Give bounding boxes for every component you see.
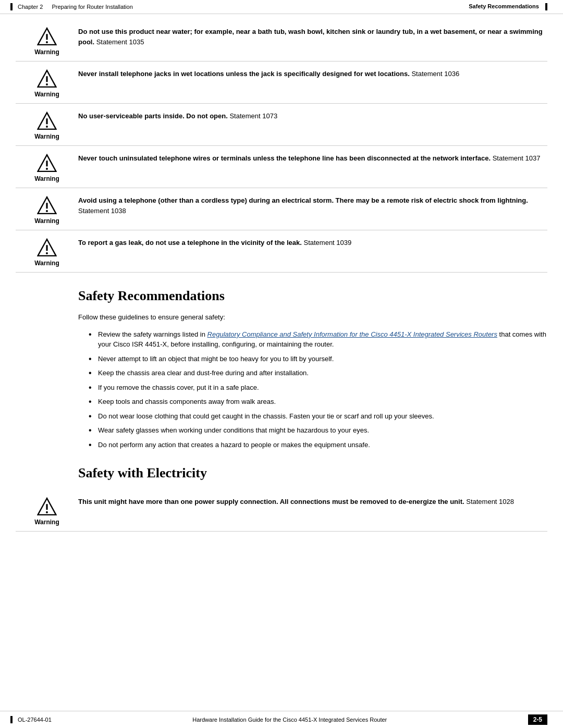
warning-text-1028: This unit might have more than one power… [78, 496, 547, 507]
list-item-glasses: Wear safety glasses when working under c… [89, 425, 547, 436]
warning-icon-1035 [37, 27, 57, 46]
page-wrapper: Chapter 2 Preparing for Router Installat… [0, 0, 563, 728]
warning-label-1028: Warning [34, 519, 59, 526]
warning-text-1038: Avoid using a telephone (other than a co… [78, 194, 547, 216]
warning-row-1035: Warning Do not use this product near wat… [16, 19, 547, 61]
warning-text-1039: To report a gas leak, do not use a telep… [78, 237, 547, 248]
warning-icon-1038 [37, 195, 57, 215]
warning-label-1073: Warning [34, 133, 59, 140]
list-item-lift: Never attempt to lift an object that mig… [89, 354, 547, 364]
svg-rect-13 [46, 203, 47, 208]
list-item-hazard: Do not perform any action that creates a… [89, 440, 547, 450]
warning-label-1037: Warning [34, 175, 59, 182]
header-left: Chapter 2 Preparing for Router Installat… [10, 3, 133, 10]
footer-doc-title: Hardware Installation Guide for the Cisc… [192, 717, 387, 723]
warning-left-1036: Warning [16, 68, 78, 98]
svg-rect-10 [46, 161, 47, 166]
warning-row-1073: Warning No user-serviceable parts inside… [16, 104, 547, 146]
warning-row-1039: Warning To report a gas leak, do not use… [16, 230, 547, 273]
warning-icon-1028 [37, 497, 57, 516]
warning-text-1037: Never touch uninsulated telephone wires … [78, 152, 547, 164]
list-item-chassis-cover: If you remove the chassis cover, put it … [89, 382, 547, 393]
list-item-clothing: Do not wear loose clothing that could ge… [89, 411, 547, 422]
warning-row-1038: Warning Avoid using a telephone (other t… [16, 188, 547, 230]
svg-rect-1 [46, 34, 47, 40]
header-right: Safety Recommendations [469, 3, 547, 10]
warning-icon-1039 [37, 238, 57, 257]
chapter-title: Preparing for Router Installation [52, 4, 132, 10]
svg-rect-4 [46, 76, 47, 82]
section-title: Safety Recommendations [469, 3, 538, 9]
page-header: Chapter 2 Preparing for Router Installat… [0, 0, 563, 14]
warning-left-1037: Warning [16, 152, 78, 182]
safety-recommendations-intro: Follow these guidelines to ensure genera… [78, 312, 547, 323]
warning-label-1039: Warning [34, 260, 59, 267]
warning-text-1036: Never install telephone jacks in wet loc… [78, 68, 547, 79]
svg-rect-19 [46, 504, 47, 510]
content-area: Warning Do not use this product near wat… [0, 14, 563, 728]
page-footer: OL-27644-01 Hardware Installation Guide … [0, 711, 563, 728]
warning-icon-1037 [37, 153, 57, 173]
warning-row-1037: Warning Never touch uninsulated telephon… [16, 146, 547, 188]
footer-page-number: 2-5 [528, 714, 547, 725]
warning-left-1038: Warning [16, 194, 78, 225]
warning-label-1035: Warning [34, 48, 59, 56]
svg-point-11 [46, 168, 48, 170]
warning-left-1073: Warning [16, 110, 78, 140]
safety-electricity-heading: Safety with Electricity [78, 465, 547, 481]
bullet-pre-text: Review the safety warnings listed in [98, 330, 207, 338]
svg-point-5 [46, 83, 48, 85]
safety-link[interactable]: Regulatory Compliance and Safety Informa… [207, 330, 497, 338]
safety-recommendations-heading: Safety Recommendations [78, 288, 547, 304]
svg-point-17 [46, 252, 48, 254]
warning-icon-1036 [37, 69, 57, 89]
svg-point-14 [46, 210, 48, 212]
header-bar-icon [10, 3, 13, 10]
list-item-chassis-clean: Keep the chassis area clear and dust-fre… [89, 368, 547, 378]
svg-point-20 [46, 511, 48, 513]
header-right-bar [545, 3, 547, 10]
list-item-link: Review the safety warnings listed in Reg… [89, 329, 547, 350]
warning-text-1073: No user-serviceable parts inside. Do not… [78, 110, 547, 121]
warning-left-1039: Warning [16, 237, 78, 267]
list-item-tools: Keep tools and chassis components away f… [89, 397, 547, 407]
warning-row-1028: Warning This unit might have more than o… [16, 489, 547, 532]
svg-point-2 [46, 41, 48, 43]
warning-icon-1073 [37, 111, 57, 131]
warning-row-1036: Warning Never install telephone jacks in… [16, 61, 547, 104]
safety-recommendations-list: Review the safety warnings listed in Reg… [89, 329, 547, 450]
warning-text-1035: Do not use this product near water; for … [78, 26, 547, 47]
warning-left-1028: Warning [16, 496, 78, 526]
footer-bar-icon [10, 716, 13, 723]
svg-rect-7 [46, 118, 47, 124]
warnings-group-top: Warning Do not use this product near wat… [16, 19, 547, 273]
svg-rect-16 [46, 245, 47, 251]
warning-left-1035: Warning [16, 26, 78, 56]
footer-doc-number: OL-27644-01 [18, 717, 52, 723]
warning-label-1038: Warning [34, 217, 59, 225]
warning-label-1036: Warning [34, 91, 59, 98]
chapter-label: Chapter 2 [18, 4, 43, 10]
footer-left: OL-27644-01 [10, 716, 52, 723]
svg-point-8 [46, 126, 48, 128]
